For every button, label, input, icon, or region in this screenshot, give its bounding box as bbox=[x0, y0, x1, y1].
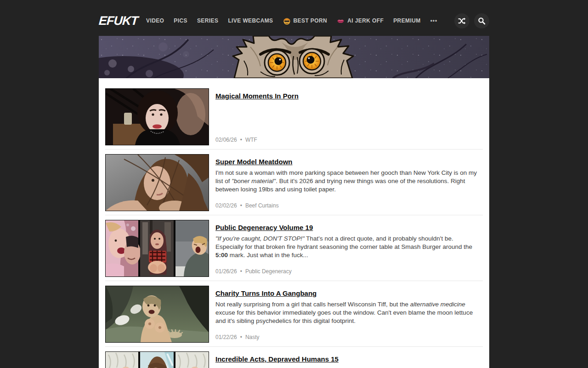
site-logo[interactable]: EFUKT bbox=[98, 14, 138, 28]
nav-ai-jerk-off[interactable]: AI JERK OFF bbox=[337, 17, 384, 25]
meta-dot: • bbox=[240, 269, 242, 274]
post-description: Not really surprising from a girl that c… bbox=[215, 300, 480, 325]
search-icon bbox=[478, 17, 486, 25]
nav-best-porn-label: BEST PORN bbox=[294, 17, 328, 24]
post-date: 02/02/26 bbox=[215, 202, 237, 209]
top-bar: EFUKT VIDEO PICS SERIES LIVE WEBCAMS BES… bbox=[99, 0, 489, 36]
shuffle-button[interactable] bbox=[454, 13, 469, 29]
top-actions bbox=[454, 13, 489, 29]
post-thumbnail[interactable] bbox=[105, 154, 209, 211]
post-meta: 01/26/26 • Public Degeneracy bbox=[215, 268, 292, 275]
shuffle-icon bbox=[458, 17, 466, 25]
search-button[interactable] bbox=[474, 13, 489, 29]
post-list: Magical Moments In Porn 02/06/26 • WTF bbox=[99, 78, 489, 368]
nav-pics[interactable]: PICS bbox=[174, 17, 187, 24]
post-meta: 02/02/26 • Beef Curtains bbox=[215, 202, 279, 209]
nav-best-porn[interactable]: BEST PORN bbox=[283, 17, 328, 25]
lips-icon bbox=[337, 17, 345, 25]
nav-ai-jerk-off-label: AI JERK OFF bbox=[347, 17, 384, 24]
meta-dot: • bbox=[240, 203, 242, 208]
post-date: 02/06/26 bbox=[215, 137, 237, 143]
post-item: Magical Moments In Porn 02/06/26 • WTF bbox=[105, 84, 483, 150]
post-title-link[interactable]: Super Model Meatdown bbox=[215, 158, 293, 166]
nav-live-webcams[interactable]: LIVE WEBCAMS bbox=[228, 17, 273, 24]
cool-face-icon bbox=[283, 17, 291, 25]
main-nav: VIDEO PICS SERIES LIVE WEBCAMS BEST PORN… bbox=[146, 17, 437, 25]
post-thumbnail[interactable] bbox=[105, 351, 209, 368]
meta-dot: • bbox=[240, 334, 242, 340]
post-title-link[interactable]: Magical Moments In Porn bbox=[215, 92, 299, 100]
post-item: Incredible Acts, Depraved Humans 15 All … bbox=[105, 347, 483, 368]
post-title-link[interactable]: Charity Turns Into A Gangbang bbox=[215, 289, 317, 298]
post-title-link[interactable]: Incredible Acts, Depraved Humans 15 bbox=[215, 355, 339, 363]
post-description: I'm not sure a woman with more parking s… bbox=[215, 169, 480, 194]
post-thumbnail[interactable] bbox=[105, 286, 209, 343]
post-description: "If you're caught, DON'T STOP!" That's n… bbox=[215, 235, 480, 259]
meta-dot: • bbox=[240, 137, 242, 143]
post-thumbnail[interactable] bbox=[105, 220, 209, 277]
post-category-link[interactable]: WTF bbox=[245, 137, 257, 143]
post-meta: 02/06/26 • WTF bbox=[215, 137, 257, 143]
post-description: All kinds of fucking disturbance going o… bbox=[215, 366, 480, 368]
post-category-link[interactable]: Beef Curtains bbox=[245, 202, 279, 209]
post-category-link[interactable]: Nasty bbox=[245, 334, 260, 340]
post-category-link[interactable]: Public Degeneracy bbox=[245, 268, 292, 275]
post-item: Public Degeneracy Volume 19 "If you're c… bbox=[105, 215, 483, 281]
post-meta: 01/22/26 • Nasty bbox=[215, 334, 260, 340]
post-item: Charity Turns Into A Gangbang Not really… bbox=[105, 281, 483, 347]
nav-video[interactable]: VIDEO bbox=[146, 17, 164, 24]
post-thumbnail[interactable] bbox=[105, 88, 209, 145]
post-title-link[interactable]: Public Degeneracy Volume 19 bbox=[215, 224, 313, 232]
page-shell: EFUKT VIDEO PICS SERIES LIVE WEBCAMS BES… bbox=[99, 0, 489, 368]
banner-image[interactable] bbox=[99, 36, 489, 78]
post-date: 01/26/26 bbox=[215, 268, 237, 275]
post-item: Super Model Meatdown I'm not sure a woma… bbox=[105, 150, 483, 215]
nav-premium[interactable]: PREMIUM bbox=[393, 17, 420, 24]
post-date: 01/22/26 bbox=[215, 334, 237, 340]
nav-more[interactable]: ••• bbox=[430, 17, 438, 24]
nav-series[interactable]: SERIES bbox=[197, 17, 218, 24]
